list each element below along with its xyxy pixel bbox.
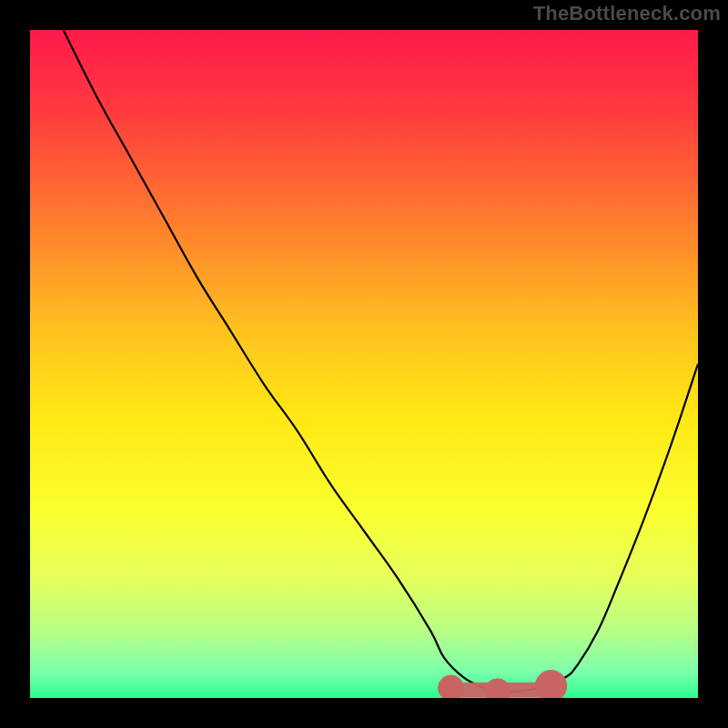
chart-plot	[30, 30, 698, 698]
gradient-background	[30, 30, 698, 698]
optimal-range-right-cap	[535, 671, 566, 698]
chart-svg	[30, 30, 698, 698]
root-frame: TheBottleneck.com	[0, 0, 728, 728]
optimal-range-left-cap	[439, 675, 464, 698]
watermark-text: TheBottleneck.com	[533, 2, 721, 25]
